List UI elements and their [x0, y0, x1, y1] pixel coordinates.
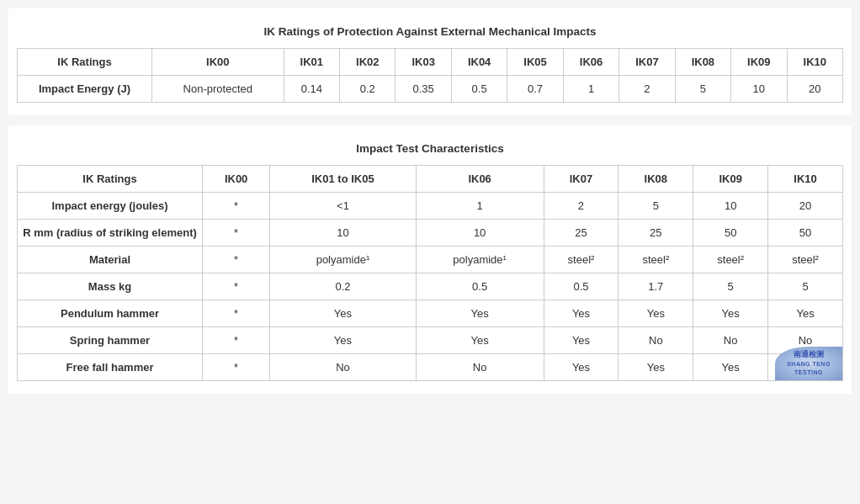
table1-cell-2: 0.2 — [340, 76, 395, 103]
table1-header-2: IK01 — [284, 49, 339, 76]
table2-row-label-2: Material — [18, 247, 203, 273]
table2-cell-3-1: 0.2 — [270, 273, 416, 300]
table2-cell-1-0: * — [203, 220, 270, 247]
table1-cell-5: 0.7 — [507, 76, 563, 103]
table2-cell-3-3: 0.5 — [544, 273, 618, 300]
table1-data-row: Impact Energy (J)Non-protected0.140.20.3… — [18, 76, 843, 103]
table2-cell-1-6: 50 — [768, 220, 843, 247]
table2-body: Impact energy (joules)*<11251020R mm (ra… — [18, 193, 843, 381]
table2-row-4: Pendulum hammer*YesYesYesYesYesYes — [18, 300, 843, 327]
table2-header-1: IK00 — [203, 166, 270, 193]
table2-row-5: Spring hammer*YesYesYesNoNoNo — [18, 327, 843, 354]
table1-header-11: IK10 — [787, 49, 842, 76]
table2-row-3: Mass kg*0.20.50.51.755 — [18, 273, 843, 300]
table2-cell-4-0: * — [203, 300, 270, 327]
table1-section: IK Ratings of Protection Against Externa… — [8, 8, 852, 115]
table2-cell-2-4: steel² — [618, 247, 693, 273]
table2-cell-3-0: * — [203, 273, 270, 300]
table2-cell-0-2: 1 — [416, 193, 544, 220]
table2-cell-5-0: * — [203, 327, 270, 354]
table2-cell-0-3: 2 — [544, 193, 618, 220]
table1-cell-1: 0.14 — [284, 76, 339, 103]
table1-header-1: IK00 — [152, 49, 284, 76]
table2-cell-5-2: Yes — [416, 327, 544, 354]
table2-row-label-3: Mass kg — [18, 273, 203, 300]
table2-cell-6-5: Yes — [693, 354, 768, 381]
table1-header-0: IK Ratings — [18, 49, 152, 76]
table2-cell-5-3: Yes — [544, 327, 618, 354]
table2-cell-2-5: steel² — [693, 247, 768, 273]
table2-header-7: IK10 — [768, 166, 843, 193]
table1-header-6: IK05 — [507, 49, 563, 76]
table2-cell-4-3: Yes — [544, 300, 618, 327]
table2-row-label-5: Spring hammer — [18, 327, 203, 354]
table2-row-1: R mm (radius of striking element)*101025… — [18, 220, 843, 247]
table1-cell-10: 20 — [787, 76, 842, 103]
table1-header-9: IK08 — [675, 49, 730, 76]
table1-cell-0: Non-protected — [152, 76, 284, 103]
table2-cell-3-2: 0.5 — [416, 273, 544, 300]
table2-cell-3-5: 5 — [693, 273, 768, 300]
table1-header-3: IK02 — [340, 49, 395, 76]
table2-cell-5-4: No — [618, 327, 693, 354]
table2-row-2: Material*polyamide¹polyamide¹steel²steel… — [18, 247, 843, 273]
table1-header-4: IK03 — [395, 49, 451, 76]
table1: IK RatingsIK00IK01IK02IK03IK04IK05IK06IK… — [17, 48, 843, 103]
table2-header-4: IK07 — [544, 166, 618, 193]
table2-cell-1-1: 10 — [270, 220, 416, 247]
table2-cell-0-6: 20 — [768, 193, 843, 220]
table2-cell-5-1: Yes — [270, 327, 416, 354]
table1-header-row: IK RatingsIK00IK01IK02IK03IK04IK05IK06IK… — [18, 49, 843, 76]
page-wrapper: IK Ratings of Protection Against Externa… — [8, 8, 852, 394]
table2-cell-2-6: steel² — [768, 247, 843, 273]
table2-row-label-0: Impact energy (joules) — [18, 193, 203, 220]
table1-header-8: IK07 — [619, 49, 675, 76]
table2-cell-6-4: Yes — [618, 354, 693, 381]
table2-row-label-4: Pendulum hammer — [18, 300, 203, 327]
table2-header-row: IK RatingsIK00IK01 to IK05IK06IK07IK08IK… — [18, 166, 843, 193]
table2-cell-6-2: No — [416, 354, 544, 381]
table2-cell-0-0: * — [203, 193, 270, 220]
table2: IK RatingsIK00IK01 to IK05IK06IK07IK08IK… — [17, 165, 843, 381]
table2-cell-4-2: Yes — [416, 300, 544, 327]
table2-row-0: Impact energy (joules)*<11251020 — [18, 193, 843, 220]
table2-cell-1-3: 25 — [544, 220, 618, 247]
table2-cell-2-3: steel² — [544, 247, 618, 273]
table2-header-0: IK Ratings — [18, 166, 203, 193]
table1-cell-7: 2 — [619, 76, 675, 103]
table2-cell-1-4: 25 — [618, 220, 693, 247]
table2-cell-2-1: polyamide¹ — [270, 247, 416, 273]
table2-cell-0-1: <1 — [270, 193, 416, 220]
section-gap — [8, 115, 852, 125]
table2-cell-4-6: Yes — [768, 300, 843, 327]
table2-cell-6-1: No — [270, 354, 416, 381]
table1-cell-3: 0.35 — [395, 76, 451, 103]
table1-cell-4: 0.5 — [451, 76, 507, 103]
table1-row-label: Impact Energy (J) — [18, 76, 152, 103]
table1-cell-9: 10 — [731, 76, 787, 103]
table2-cell-1-5: 50 — [693, 220, 768, 247]
table2-cell-3-4: 1.7 — [618, 273, 693, 300]
table2-header-2: IK01 to IK05 — [270, 166, 416, 193]
table2-cell-4-4: Yes — [618, 300, 693, 327]
table2-header-6: IK09 — [693, 166, 768, 193]
table1-header-7: IK06 — [563, 49, 618, 76]
table1-cell-8: 5 — [675, 76, 730, 103]
table2-cell-6-3: Yes — [544, 354, 618, 381]
table2-cell-2-2: polyamide¹ — [416, 247, 544, 273]
table2-row-label-6: Free fall hammer — [18, 354, 203, 381]
table2-cell-0-4: 5 — [618, 193, 693, 220]
table2-cell-0-5: 10 — [693, 193, 768, 220]
table2-section: Impact Test Characteristics IK RatingsIK… — [8, 125, 852, 394]
table2-cell-1-2: 10 — [416, 220, 544, 247]
table1-title: IK Ratings of Protection Against Externa… — [17, 17, 843, 48]
table2-cell-6-6: No南通检测SHANG TENG TESTING — [768, 354, 843, 381]
table2-cell-4-5: Yes — [693, 300, 768, 327]
table2-row-6: Free fall hammer*NoNoYesYesYesNo南通检测SHAN… — [18, 354, 843, 381]
table1-cell-6: 1 — [563, 76, 618, 103]
table2-cell-6-0: * — [203, 354, 270, 381]
table2-cell-4-1: Yes — [270, 300, 416, 327]
table2-row-label-1: R mm (radius of striking element) — [18, 220, 203, 247]
table1-header-10: IK09 — [731, 49, 787, 76]
table2-header-3: IK06 — [416, 166, 544, 193]
